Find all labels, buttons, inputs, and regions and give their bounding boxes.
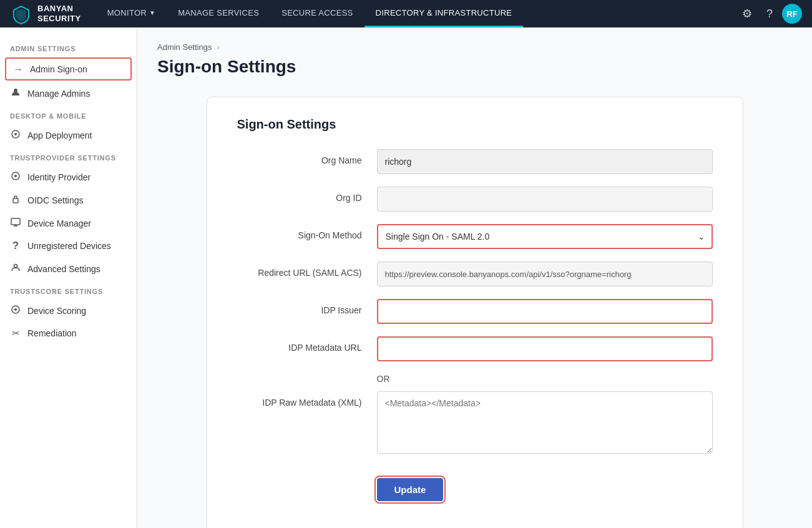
sidebar-item-manage-admins[interactable]: Manage Admins <box>0 82 137 105</box>
idp-raw-metadata-textarea[interactable] <box>377 391 713 454</box>
svg-point-11 <box>14 308 17 311</box>
sidebar-item-label: Remediation <box>27 328 77 338</box>
idp-raw-metadata-label: IDP Raw Metadata (XML) <box>237 391 362 408</box>
page-title: Sign-on Settings <box>157 57 792 77</box>
sign-on-method-row: Sign-On Method Single Sign On - SAML 2.0… <box>237 224 713 249</box>
help-icon-btn[interactable]: ? <box>760 4 780 24</box>
sidebar-section-admin-settings: ADMIN SETTINGS <box>0 37 137 56</box>
sidebar-item-label: Device Scoring <box>27 306 86 316</box>
sidebar-item-unregistered-devices[interactable]: ? Unregistered Devices <box>0 235 137 257</box>
sidebar-item-identity-provider[interactable]: Identity Provider <box>0 165 137 188</box>
settings-icon-btn[interactable]: ⚙ <box>737 4 757 24</box>
idp-metadata-url-field <box>377 336 713 361</box>
unregistered-devices-icon: ? <box>10 240 21 252</box>
org-id-row: Org ID <box>237 187 713 212</box>
sidebar-item-label: Unregistered Devices <box>27 241 111 251</box>
breadcrumb-separator: › <box>217 42 219 52</box>
or-divider: OR <box>377 374 713 384</box>
idp-metadata-url-input[interactable] <box>377 336 713 361</box>
idp-issuer-input[interactable] <box>377 299 713 324</box>
logo[interactable]: BANYAN SECURITY <box>10 2 81 25</box>
idp-metadata-url-label: IDP Metadata URL <box>237 336 362 353</box>
idp-metadata-url-row: IDP Metadata URL <box>237 336 713 361</box>
update-button[interactable]: Update <box>377 478 444 501</box>
org-name-field <box>377 149 713 174</box>
advanced-settings-icon <box>10 263 21 275</box>
sign-on-method-field: Single Sign On - SAML 2.0 ⌄ <box>377 224 713 249</box>
idp-raw-metadata-row: IDP Raw Metadata (XML) <box>237 391 713 456</box>
sidebar-item-label: Device Manager <box>27 218 91 228</box>
sidebar-item-label: Manage Admins <box>27 89 90 99</box>
sidebar-item-label: Identity Provider <box>27 172 90 182</box>
manage-admins-icon <box>10 87 21 99</box>
topnav-right: ⚙ ? RF <box>737 4 802 24</box>
sidebar-item-label: Advanced Settings <box>27 264 100 274</box>
form-card: Sign-on Settings Org Name Org ID Sign-On… <box>207 97 743 528</box>
identity-provider-icon <box>10 171 21 183</box>
org-id-label: Org ID <box>237 187 362 203</box>
sidebar-item-oidc-settings[interactable]: OIDC Settings <box>0 188 137 212</box>
idp-issuer-label: IDP Issuer <box>237 299 362 315</box>
org-id-input[interactable] <box>377 187 713 212</box>
sidebar-item-app-deployment[interactable]: App Deployment <box>0 124 137 147</box>
sidebar-item-remediation[interactable]: ✂ Remediation <box>0 322 137 345</box>
sidebar-item-device-manager[interactable]: Device Manager <box>0 212 137 235</box>
sidebar-item-advanced-settings[interactable]: Advanced Settings <box>0 257 137 280</box>
main-content: Admin Settings › Sign-on Settings Sign-o… <box>137 27 812 528</box>
redirect-url-field: https://preview.console.banyanops.com/ap… <box>377 262 713 286</box>
org-name-label: Org Name <box>237 149 362 165</box>
logo-name-line2: SECURITY <box>37 14 81 24</box>
sidebar-section-desktop-mobile: DESKTOP & MOBILE <box>0 105 137 124</box>
user-avatar[interactable]: RF <box>782 4 802 24</box>
svg-rect-6 <box>13 198 18 203</box>
sign-on-method-label: Sign-On Method <box>237 224 362 240</box>
redirect-url-row: Redirect URL (SAML ACS) https://preview.… <box>237 262 713 286</box>
logo-name-line1: BANYAN <box>37 4 81 14</box>
topnav: BANYAN SECURITY MONITOR ▼ MANAGE SERVICE… <box>0 0 812 27</box>
sidebar-section-trustscore: TRUSTSCORE SETTINGS <box>0 280 137 299</box>
breadcrumb-parent[interactable]: Admin Settings <box>157 42 212 52</box>
idp-raw-metadata-field <box>377 391 713 456</box>
svg-point-3 <box>14 133 17 135</box>
svg-point-8 <box>14 265 17 268</box>
form-card-title: Sign-on Settings <box>237 117 713 132</box>
org-name-input[interactable] <box>377 149 713 174</box>
monitor-arrow-icon: ▼ <box>149 9 155 16</box>
admin-sign-on-icon: → <box>12 64 24 74</box>
device-scoring-icon <box>10 305 21 316</box>
redirect-url-label: Redirect URL (SAML ACS) <box>237 262 362 278</box>
org-name-row: Org Name <box>237 149 713 174</box>
idp-issuer-field <box>377 299 713 324</box>
topnav-secure-access[interactable]: SECURE ACCESS <box>270 0 364 27</box>
sidebar-item-label: Admin Sign-on <box>30 64 87 74</box>
topnav-monitor[interactable]: MONITOR ▼ <box>96 0 167 27</box>
breadcrumb: Admin Settings › <box>157 42 792 52</box>
oidc-settings-icon <box>10 194 21 206</box>
remediation-icon: ✂ <box>10 328 21 339</box>
sign-on-method-select[interactable]: Single Sign On - SAML 2.0 <box>377 224 713 249</box>
app-deployment-icon <box>10 129 21 141</box>
redirect-url-display: https://preview.console.banyanops.com/ap… <box>377 262 713 286</box>
sidebar: ADMIN SETTINGS → Admin Sign-on Manage Ad… <box>0 27 137 528</box>
org-id-field <box>377 187 713 212</box>
sidebar-section-trustprovider: TRUSTPROVIDER SETTINGS <box>0 147 137 165</box>
svg-rect-7 <box>11 218 20 225</box>
topnav-manage-services[interactable]: MANAGE SERVICES <box>167 0 270 27</box>
sidebar-item-label: OIDC Settings <box>27 195 83 205</box>
sidebar-item-device-scoring[interactable]: Device Scoring <box>0 299 137 322</box>
device-manager-icon <box>10 217 21 229</box>
sidebar-item-admin-sign-on[interactable]: → Admin Sign-on <box>5 57 132 81</box>
topnav-links: MONITOR ▼ MANAGE SERVICES SECURE ACCESS … <box>96 0 737 27</box>
layout: ADMIN SETTINGS → Admin Sign-on Manage Ad… <box>0 27 812 528</box>
idp-issuer-row: IDP Issuer <box>237 299 713 324</box>
topnav-directory[interactable]: DIRECTORY & INFRASTRUCTURE <box>364 0 524 27</box>
svg-point-9 <box>15 267 16 268</box>
svg-point-5 <box>14 175 17 177</box>
sidebar-item-label: App Deployment <box>27 130 92 140</box>
